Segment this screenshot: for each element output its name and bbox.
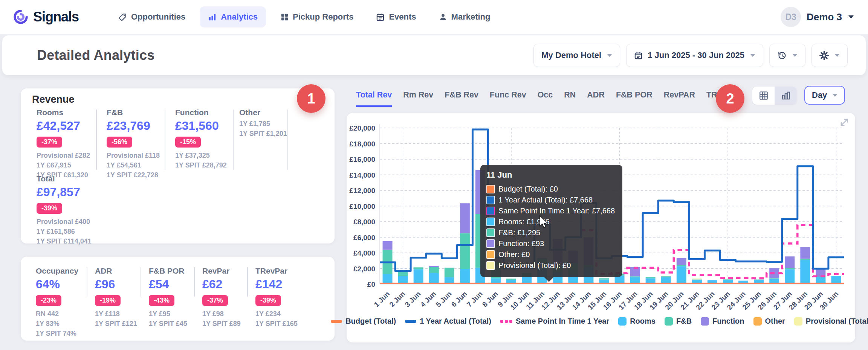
user-menu[interactable]: D3 Demo 3: [781, 7, 854, 27]
metric-value: £97,857: [37, 185, 92, 199]
history-button[interactable]: [769, 44, 805, 67]
legend-swatch: [794, 317, 802, 326]
change-badge: -23%: [36, 295, 61, 306]
tab-f-b-rev[interactable]: F&B Rev: [445, 90, 478, 107]
table-view-button[interactable]: [752, 87, 775, 105]
tab-revpar[interactable]: RevPAR: [664, 90, 695, 107]
metric-value: £31,560: [175, 119, 227, 133]
metric-function: Function£31,560-15%1Y £37,3251Y SPIT £28…: [175, 108, 227, 170]
legend-item-other[interactable]: Other: [753, 317, 785, 326]
metric-detail-line: 1Y £1,785: [239, 119, 287, 129]
change-badge: -39%: [37, 203, 62, 214]
chevron-down-icon: [607, 54, 612, 57]
metric-f-b: F&B£23,769-56%Provisional £1181Y £54,561…: [107, 108, 160, 180]
granularity-select[interactable]: Day: [804, 86, 845, 105]
metric-label: F&B: [107, 108, 160, 117]
nav-item-analytics[interactable]: Analytics: [200, 6, 266, 27]
series-swatch: [486, 207, 495, 215]
chart-view-button[interactable]: [775, 87, 797, 105]
legend-label: Rooms: [630, 317, 656, 326]
tab-adr[interactable]: ADR: [587, 90, 605, 107]
date-range-picker[interactable]: 1 Jun 2025 - 30 Jun 2025: [626, 44, 763, 67]
tab-total-rev[interactable]: Total Rev: [356, 90, 392, 107]
nav-item-events[interactable]: Events: [368, 6, 424, 27]
change-badge: -15%: [175, 137, 201, 148]
tooltip-row-text: Provisional (Total): £0: [498, 260, 571, 271]
svg-text:7 Jun: 7 Jun: [465, 290, 484, 309]
tooltip-row: Other: £0: [486, 249, 615, 260]
metric-value: £54: [149, 277, 187, 291]
legend-label: 1 Year Actual (Total): [420, 317, 491, 326]
person-icon: [439, 13, 447, 21]
change-badge: -37%: [37, 137, 62, 148]
legend-label: Other: [765, 317, 785, 326]
tab-occ[interactable]: Occ: [538, 90, 553, 107]
metric-revpar: RevPar£62-37%1Y £981Y SPIT £89: [202, 266, 241, 329]
metric-detail-line: 1Y £67,915: [37, 160, 90, 170]
chevron-down-icon: [792, 54, 798, 57]
legend-item-rooms[interactable]: Rooms: [618, 317, 656, 326]
change-badge: -43%: [149, 295, 174, 306]
tab-f-b-por[interactable]: F&B POR: [616, 90, 653, 107]
change-badge: -39%: [255, 295, 281, 306]
legend-item-budget-total[interactable]: Budget (Total): [331, 317, 396, 326]
signals-logo-icon: [13, 9, 29, 25]
metric-other: Other1Y £1,7851Y SPIT £1,201: [239, 108, 287, 138]
legend-item-same-point-in-time-1-year[interactable]: Same Point In Time 1 Year: [500, 317, 609, 326]
column-divider: [96, 110, 97, 170]
metric-label: ADR: [95, 266, 137, 275]
hotel-selector[interactable]: My Demo Hotel: [533, 44, 620, 67]
tooltip-row: F&B: £1,295: [486, 227, 615, 238]
user-name: Demo 3: [807, 11, 842, 23]
settings-button[interactable]: [811, 44, 848, 67]
svg-text:3 Jun: 3 Jun: [403, 290, 422, 309]
nav-item-label: Opportunities: [131, 12, 185, 22]
svg-text:£18,000: £18,000: [349, 140, 375, 148]
metric-detail-line: 1Y 83%: [36, 319, 78, 329]
svg-text:£6,000: £6,000: [353, 234, 375, 242]
metric-detail-line: 1Y £234: [255, 309, 298, 319]
chevron-down-icon: [848, 15, 854, 18]
tab-func-rev[interactable]: Func Rev: [490, 90, 526, 107]
metric-detail-line: 1Y SPIT £89: [202, 319, 241, 329]
tooltip-row: Function: £93: [486, 238, 615, 249]
tooltip-row: Same Point In Time 1 Year: £7,668: [486, 205, 615, 216]
legend-item-function[interactable]: Function: [701, 317, 744, 326]
metric-details: 1Y £2341Y SPIT £165: [255, 309, 298, 329]
hotel-selector-label: My Demo Hotel: [541, 50, 601, 60]
tooltip-row: Budget (Total): £0: [486, 184, 615, 195]
metric-details: Provisional £1181Y £54,5611Y SPIT £22,72…: [107, 151, 160, 180]
metric-value: £96: [95, 277, 137, 291]
calendar-icon: [634, 51, 643, 60]
mouse-cursor-icon: [538, 215, 551, 229]
legend-item-1-year-actual-total[interactable]: 1 Year Actual (Total): [405, 317, 491, 326]
page-title: Detailed Analytics: [37, 47, 154, 63]
nav-item-pickup-reports[interactable]: Pickup Reports: [272, 6, 362, 27]
chart-tooltip: 11 Jun Budget (Total): £01 Year Actual (…: [480, 165, 622, 277]
nav-item-opportunities[interactable]: Opportunities: [110, 6, 194, 27]
legend-item-provisional-total[interactable]: Provisional (Total): [794, 317, 868, 326]
metric-detail-line: 1Y SPIT £165: [255, 319, 298, 329]
metric-tabs: Total RevRm RevF&B RevFunc RevOccRNADRF&…: [356, 90, 743, 107]
tab-rn[interactable]: RN: [564, 90, 576, 107]
metric-trevpar: TRevPar£142-39%1Y £2341Y SPIT £165: [255, 266, 298, 329]
grid-icon: [280, 13, 289, 21]
brand-logo[interactable]: Signals: [13, 9, 107, 25]
legend-item-f-b[interactable]: F&B: [665, 317, 692, 326]
change-badge: -37%: [202, 295, 228, 306]
tag-icon: [118, 13, 127, 21]
metric-rooms: Rooms£42,527-37%Provisional £2821Y £67,9…: [37, 108, 90, 180]
legend-swatch: [701, 317, 709, 326]
granularity-label: Day: [812, 90, 827, 100]
chart-legend: Budget (Total)1 Year Actual (Total)Same …: [347, 317, 855, 326]
svg-text:£4,000: £4,000: [353, 249, 375, 257]
gear-icon: [819, 51, 829, 60]
metric-detail-line: Provisional £118: [107, 151, 160, 160]
series-swatch: [486, 196, 495, 204]
nav-item-marketing[interactable]: Marketing: [431, 6, 499, 27]
svg-text:£12,000: £12,000: [349, 187, 375, 195]
column-divider: [194, 267, 195, 297]
tab-rm-rev[interactable]: Rm Rev: [403, 90, 433, 107]
metric-detail-line: 1Y SPIT £1,201: [239, 129, 287, 138]
metric-label: F&B POR: [149, 266, 187, 275]
